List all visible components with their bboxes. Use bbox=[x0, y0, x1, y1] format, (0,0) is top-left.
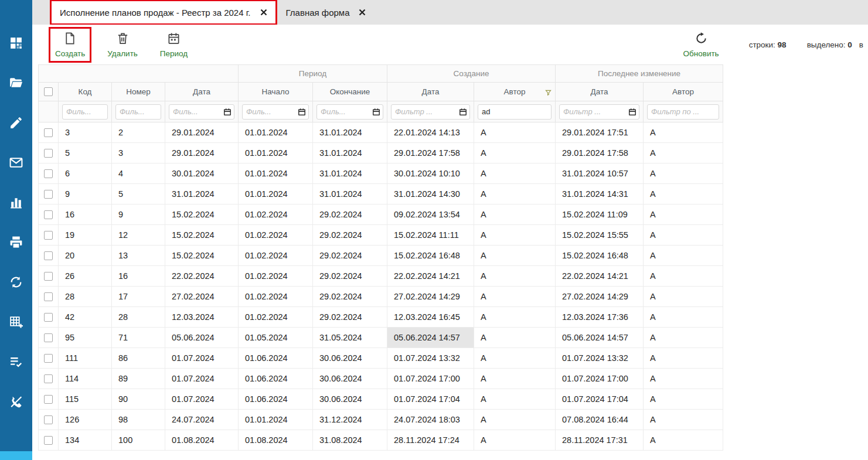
table-cell[interactable]: 29.02.2024 bbox=[313, 287, 387, 307]
table-cell[interactable]: A bbox=[644, 307, 723, 328]
row-checkbox[interactable] bbox=[44, 313, 53, 322]
row-checkbox[interactable] bbox=[44, 333, 53, 342]
printer-icon[interactable] bbox=[9, 234, 24, 250]
refresh-button[interactable]: Обновить bbox=[680, 30, 723, 60]
table-cell[interactable]: 29.02.2024 bbox=[313, 307, 387, 328]
table-cell[interactable]: 31.01.2024 bbox=[165, 184, 239, 205]
folder-icon[interactable] bbox=[9, 75, 24, 90]
table-cell[interactable]: 01.02.2024 bbox=[239, 205, 313, 225]
table-cell[interactable]: 30.01.2024 bbox=[165, 163, 239, 184]
table-cell[interactable]: 5 bbox=[112, 184, 165, 205]
row-checkbox[interactable] bbox=[44, 354, 53, 363]
table-cell[interactable]: 05.06.2024 14:57 bbox=[387, 328, 474, 348]
select-all-checkbox[interactable] bbox=[44, 87, 53, 96]
table-cell[interactable]: 31.01.2024 bbox=[313, 184, 387, 205]
create-button[interactable]: Создать bbox=[52, 30, 88, 60]
table-add-icon[interactable] bbox=[9, 314, 24, 329]
column-header-start[interactable]: Начало bbox=[239, 83, 313, 101]
table-cell[interactable]: 29.02.2024 bbox=[313, 205, 387, 225]
table-cell[interactable]: 01.01.2024 bbox=[239, 410, 313, 430]
table-cell[interactable]: 01.05.2024 bbox=[239, 328, 313, 348]
table-cell[interactable]: 29.01.2024 17:51 bbox=[556, 122, 644, 143]
table-cell[interactable]: 15.02.2024 11:09 bbox=[556, 205, 644, 225]
pencil-icon[interactable] bbox=[9, 115, 24, 130]
table-cell[interactable]: A bbox=[474, 266, 556, 287]
calendar-icon[interactable] bbox=[223, 108, 232, 116]
table-row[interactable]: 281727.02.202401.02.202429.02.202427.02.… bbox=[39, 287, 723, 307]
change-date-filter-input[interactable] bbox=[559, 104, 639, 120]
table-cell[interactable]: 134 bbox=[59, 430, 112, 451]
table-cell[interactable]: 01.07.2024 17:00 bbox=[387, 369, 474, 389]
table-cell[interactable]: 31.05.2024 bbox=[313, 328, 387, 348]
table-cell[interactable]: 30.06.2024 bbox=[313, 369, 387, 389]
table-row[interactable]: 9531.01.202401.01.202431.01.202431.01.20… bbox=[39, 184, 723, 205]
table-cell[interactable]: 22.02.2024 bbox=[165, 266, 239, 287]
table-row[interactable]: 1159001.07.202401.06.202430.06.202401.07… bbox=[39, 389, 723, 410]
table-cell[interactable]: 15.02.2024 bbox=[165, 246, 239, 266]
table-cell[interactable]: 31.01.2024 bbox=[313, 143, 387, 163]
table-cell[interactable]: 12.03.2024 16:45 bbox=[387, 307, 474, 328]
table-cell[interactable]: 01.07.2024 13:32 bbox=[387, 348, 474, 369]
table-cell[interactable]: 31.12.2024 bbox=[313, 410, 387, 430]
table-cell[interactable]: 126 bbox=[59, 410, 112, 430]
table-cell[interactable]: 100 bbox=[112, 430, 165, 451]
table-cell[interactable]: 29.01.2024 bbox=[165, 122, 239, 143]
column-header-change-author[interactable]: Автор bbox=[644, 83, 723, 101]
table-row[interactable]: 201315.02.202401.02.202429.02.202415.02.… bbox=[39, 246, 723, 266]
delete-button[interactable]: Удалить bbox=[104, 30, 141, 60]
table-cell[interactable]: 31.01.2024 10:57 bbox=[556, 163, 644, 184]
table-cell[interactable]: A bbox=[474, 410, 556, 430]
table-row[interactable]: 6430.01.202401.01.202431.01.202430.01.20… bbox=[39, 163, 723, 184]
table-cell[interactable]: A bbox=[474, 389, 556, 410]
table-cell[interactable]: A bbox=[474, 287, 556, 307]
table-cell[interactable]: 26 bbox=[59, 266, 112, 287]
table-cell[interactable]: A bbox=[644, 143, 723, 163]
table-cell[interactable]: 01.01.2024 bbox=[239, 122, 313, 143]
table-cell[interactable]: A bbox=[474, 348, 556, 369]
table-cell[interactable]: 22.02.2024 14:21 bbox=[556, 266, 644, 287]
table-cell[interactable]: 27.02.2024 14:29 bbox=[556, 287, 644, 307]
table-row[interactable]: 261622.02.202401.02.202429.02.202422.02.… bbox=[39, 266, 723, 287]
table-cell[interactable]: 17 bbox=[112, 287, 165, 307]
row-checkbox[interactable] bbox=[44, 210, 53, 219]
table-cell[interactable]: A bbox=[474, 225, 556, 246]
table-cell[interactable]: A bbox=[474, 143, 556, 163]
table-cell[interactable]: 01.07.2024 bbox=[165, 369, 239, 389]
calendar-icon[interactable] bbox=[372, 108, 380, 116]
table-cell[interactable]: 01.01.2024 bbox=[239, 184, 313, 205]
table-cell[interactable]: 29.02.2024 bbox=[313, 225, 387, 246]
bar-chart-icon[interactable] bbox=[9, 195, 24, 210]
table-cell[interactable]: A bbox=[644, 225, 723, 246]
table-cell[interactable]: A bbox=[474, 369, 556, 389]
table-cell[interactable]: 3 bbox=[59, 122, 112, 143]
table-row[interactable]: 1269824.07.202401.01.202431.12.202424.07… bbox=[39, 410, 723, 430]
table-cell[interactable]: 90 bbox=[112, 389, 165, 410]
table-cell[interactable]: 31.08.2024 bbox=[313, 430, 387, 451]
table-cell[interactable]: 01.07.2024 13:32 bbox=[556, 348, 644, 369]
row-checkbox[interactable] bbox=[44, 272, 53, 281]
table-row[interactable]: 191215.02.202401.02.202429.02.202415.02.… bbox=[39, 225, 723, 246]
table-cell[interactable]: 05.06.2024 bbox=[165, 328, 239, 348]
change-author-filter-input[interactable] bbox=[647, 104, 719, 120]
table-cell[interactable]: 01.02.2024 bbox=[239, 266, 313, 287]
table-cell[interactable]: 16 bbox=[59, 205, 112, 225]
table-cell[interactable]: 28 bbox=[59, 287, 112, 307]
column-header-date[interactable]: Дата bbox=[165, 83, 239, 101]
table-cell[interactable]: 15.02.2024 11:11 bbox=[387, 225, 474, 246]
table-cell[interactable]: 15.02.2024 bbox=[165, 225, 239, 246]
mail-icon[interactable] bbox=[9, 155, 24, 170]
row-checkbox[interactable] bbox=[44, 128, 53, 137]
table-cell[interactable]: 24.07.2024 18:03 bbox=[387, 410, 474, 430]
table-cell[interactable]: 29.01.2024 17:58 bbox=[387, 143, 474, 163]
code-filter-input[interactable] bbox=[62, 104, 108, 120]
table-cell[interactable]: A bbox=[644, 266, 723, 287]
row-checkbox[interactable] bbox=[44, 415, 53, 424]
table-cell[interactable]: A bbox=[474, 328, 556, 348]
table-cell[interactable]: 31.01.2024 bbox=[313, 163, 387, 184]
row-checkbox[interactable] bbox=[44, 149, 53, 158]
table-cell[interactable]: 01.08.2024 bbox=[239, 430, 313, 451]
table-cell[interactable]: 27.02.2024 14:29 bbox=[387, 287, 474, 307]
table-cell[interactable]: 24.07.2024 bbox=[165, 410, 239, 430]
table-cell[interactable]: 20 bbox=[59, 246, 112, 266]
table-cell[interactable]: A bbox=[644, 205, 723, 225]
